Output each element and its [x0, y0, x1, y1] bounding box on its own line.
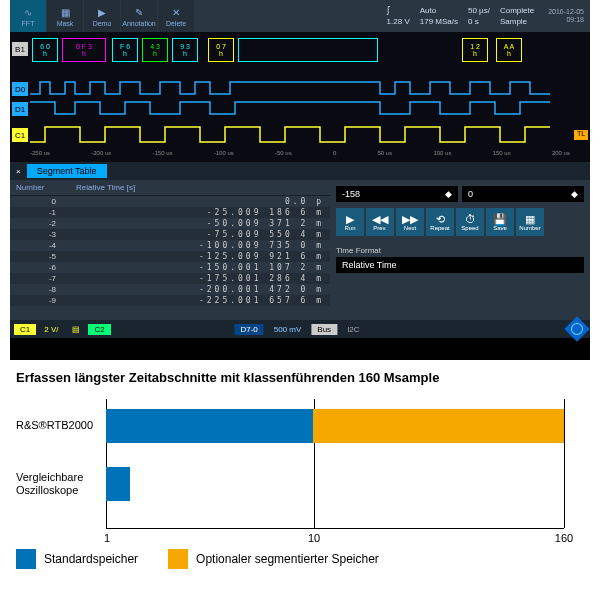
tl-marker: TL [574, 130, 588, 140]
table-row[interactable]: -9-225.001 657 6 m [10, 295, 330, 306]
bus-block: 0 F 3h [62, 38, 106, 62]
datetime-display: 2016-12-0509:18 [542, 6, 590, 27]
col-time: Relative Time [s] [76, 183, 135, 192]
ch1-coupling-icon[interactable]: ▤ [66, 324, 86, 335]
fft-button[interactable]: ∿FFT [10, 0, 46, 32]
time-format-select[interactable]: Relative Time [336, 257, 584, 273]
mask-icon: ▦ [58, 6, 72, 20]
annotation-button[interactable]: ✎Annotation [121, 0, 157, 32]
delete-icon: ✕ [169, 6, 183, 20]
ch1-scale[interactable]: 2 V/ [38, 324, 64, 335]
diamond-icon: ◆ [445, 189, 452, 199]
status-sample-rate: 179 MSa/s [420, 17, 458, 26]
bus-block: A Ah [496, 38, 522, 62]
d1-label: D1 [12, 102, 28, 116]
status-acq: Complete [500, 6, 534, 15]
bus-block: 9 3h [172, 38, 198, 62]
waveform-area[interactable]: B1 D0 D1 C1 TL 6 0h0 F 3hF 6h4 3h9 3h0 7… [10, 32, 590, 162]
table-row[interactable]: -3-75.009 550 4 m [10, 229, 330, 240]
number-button[interactable]: ▦Number [516, 208, 544, 236]
speed-button[interactable]: ⏱Speed [456, 208, 484, 236]
prev.-button[interactable]: ◀◀Prev. [366, 208, 394, 236]
status-coupling: ʃ [387, 6, 410, 15]
next-button[interactable]: ▶▶Next [396, 208, 424, 236]
delete-button[interactable]: ✕Delete [158, 0, 194, 32]
tick-160: 160 [555, 532, 573, 544]
d1-waveform [30, 100, 570, 118]
time-scale: -250 us-200 us-150 us-100 us-50 us050 us… [30, 150, 570, 160]
legend-swatch-orange [168, 549, 188, 569]
diamond-icon: ◆ [571, 189, 578, 199]
segment-ref-input[interactable]: 0◆ [462, 186, 584, 202]
segment-tab[interactable]: Segment Table [27, 164, 107, 178]
demo-button[interactable]: ▶Demo [84, 0, 120, 32]
table-row[interactable]: -7-175.001 286 4 m [10, 273, 330, 284]
bus-block [238, 38, 378, 62]
bus-block: F 6h [112, 38, 138, 62]
bar-rtb2000: R&S®RTB2000 [106, 409, 564, 443]
bar-label-rtb: R&S®RTB2000 [16, 419, 101, 432]
ch2-badge[interactable]: C2 [88, 324, 110, 335]
repeat-button[interactable]: ⟲Repeat [426, 208, 454, 236]
fft-icon: ∿ [21, 6, 35, 20]
segment-table[interactable]: NumberRelative Time [s] 00.0 p-1-25.009 … [10, 180, 330, 320]
pencil-icon: ✎ [132, 6, 146, 20]
d70-badge[interactable]: D7-0 [234, 324, 263, 335]
tick-1: 1 [104, 532, 110, 544]
bus-decode-row: 6 0h0 F 3hF 6h4 3h9 3h0 7h1 2hA Ah [30, 36, 570, 66]
status-trigger-level: 1.28 V [387, 17, 410, 26]
chart-section: Erfassen längster Zeitabschnitte mit kla… [0, 360, 600, 539]
c1-label: C1 [12, 128, 28, 142]
demo-icon: ▶ [95, 6, 109, 20]
rs-logo-icon [564, 316, 589, 341]
ch1-badge[interactable]: C1 [14, 324, 36, 335]
status-offset: 0 s [468, 17, 490, 26]
chart-title: Erfassen längster Zeitabschnitte mit kla… [16, 370, 584, 385]
bus-block: 0 7h [208, 38, 234, 62]
bottom-bar: C1 2 V/ ▤ C2 D7-0 500 mV Bus I2C [10, 320, 590, 338]
chart-legend: Standardspeicher Optionaler segmentierte… [0, 539, 600, 579]
oscilloscope-screen: ∿FFT ▦Mask ▶Demo ✎Annotation ✕Delete ʃ A… [10, 0, 590, 360]
legend-segmented: Optionaler segmentierter Speicher [168, 549, 379, 569]
segment-controls: -158◆ 0◆ ▶Run◀◀Prev.▶▶Next⟲Repeat⏱Speed💾… [330, 180, 590, 320]
top-toolbar: ∿FFT ▦Mask ▶Demo ✎Annotation ✕Delete ʃ A… [10, 0, 590, 32]
mask-button[interactable]: ▦Mask [47, 0, 83, 32]
bus-badge[interactable]: Bus [311, 324, 337, 335]
legend-swatch-blue [16, 549, 36, 569]
segment-index-input[interactable]: -158◆ [336, 186, 458, 202]
segment-body: NumberRelative Time [s] 00.0 p-1-25.009 … [10, 180, 590, 320]
segment-header: × Segment Table [10, 162, 590, 180]
time-format-label: Time Format [336, 246, 584, 255]
segment-close-button[interactable]: × [10, 165, 27, 178]
table-row[interactable]: -6-150.001 107 2 m [10, 262, 330, 273]
table-row[interactable]: -2-50.009 371 2 m [10, 218, 330, 229]
table-row[interactable]: -4-100.009 735 0 m [10, 240, 330, 251]
d0-waveform [30, 80, 570, 98]
bus-protocol: I2C [341, 324, 365, 335]
bus-block: 1 2h [462, 38, 488, 62]
bar-label-comp: Vergleichbare Oszilloskope [16, 471, 101, 497]
status-timebase: 50 µs/ [468, 6, 490, 15]
save-button[interactable]: 💾Save [486, 208, 514, 236]
status-sample-mode: Sample [500, 17, 534, 26]
status-panel: ʃ Auto 50 µs/ Complete 1.28 V 179 MSa/s … [379, 4, 543, 28]
table-row[interactable]: -5-125.009 921 6 m [10, 251, 330, 262]
tick-10: 10 [308, 532, 320, 544]
bar-comparable: Vergleichbare Oszilloskope [106, 467, 564, 501]
legend-standard: Standardspeicher [16, 549, 138, 569]
table-row[interactable]: 00.0 p [10, 196, 330, 207]
c1-waveform [30, 124, 570, 146]
d70-scale: 500 mV [268, 324, 308, 335]
table-row[interactable]: -1-25.009 186 6 m [10, 207, 330, 218]
memory-chart: 1 10 160 R&S®RTB2000 Vergleichbare Oszil… [106, 399, 564, 529]
bus-block: 4 3h [142, 38, 168, 62]
status-mode: Auto [420, 6, 458, 15]
d0-label: D0 [12, 82, 28, 96]
col-number: Number [16, 183, 76, 192]
run-button[interactable]: ▶Run [336, 208, 364, 236]
bus-block: 6 0h [32, 38, 58, 62]
table-row[interactable]: -8-200.001 472 0 m [10, 284, 330, 295]
b1-label: B1 [12, 42, 28, 56]
